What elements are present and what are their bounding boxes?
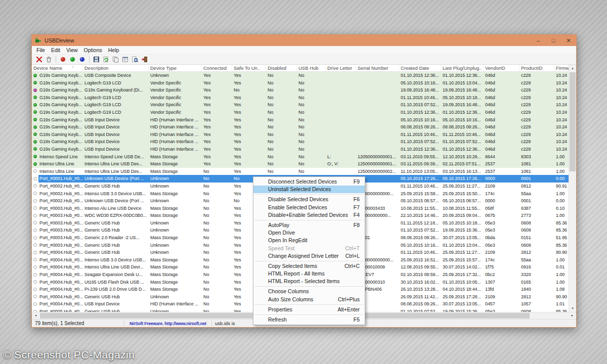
table-row[interactable]: G19s Gaming Keyb...USB Input DeviceHID (… — [32, 131, 569, 139]
table-cell: 19.09.2015 16:48... — [441, 101, 484, 109]
column-header-vendorid[interactable]: VendorID — [484, 65, 519, 71]
column-header-connected[interactable]: Connected — [202, 65, 232, 71]
green-ball-icon[interactable] — [68, 55, 77, 64]
table-cell: 05.10.2015 10:18... — [441, 219, 484, 227]
table-row[interactable]: Intenso Ultra LineIntenso Ultra Line USB… — [32, 168, 569, 175]
context-menu-item-auto-size-columns[interactable]: Auto Size ColumnsCtrl+Plus — [253, 296, 365, 303]
maximize-button[interactable]: □ — [546, 35, 561, 46]
table-row[interactable]: Intenso Ultra LineIntenso Ultra Line USB… — [32, 160, 569, 168]
context-menu-item-choose-columns[interactable]: Choose Columns — [253, 288, 365, 295]
table-cell: Unknown — [149, 219, 202, 227]
properties-icon[interactable] — [120, 55, 130, 64]
context-menu-item-copy-selected-items[interactable]: Copy Selected ItemsCtrl+C — [253, 262, 365, 270]
column-header-safe-to-un[interactable]: Safe To Un.. — [232, 65, 266, 71]
table-cell: 0bda — [484, 234, 519, 242]
table-cell: 01.10.2015 07:52... — [399, 226, 441, 234]
table-cell: HID (Human Interface ... — [149, 146, 202, 153]
floppy-save-icon[interactable] — [92, 55, 101, 64]
table-row[interactable]: G19s Gaming Keyb...Logitech G19 LCDVendo… — [32, 101, 569, 109]
title-bar[interactable]: USBDeview – □ ✕ — [32, 35, 576, 46]
table-row[interactable]: G19s Gaming Keyb...Logitech G19 LCDVendo… — [32, 94, 569, 102]
table-cell: 05.10.2015 10:16... — [441, 116, 484, 124]
exit-door-icon[interactable] — [140, 55, 149, 64]
context-menu-item-open-drive[interactable]: Open Drive — [253, 229, 365, 237]
table-row[interactable]: G19s Gaming Keyb...USB Input DeviceHID (… — [32, 116, 569, 124]
context-menu-item-refresh[interactable]: RefreshF5 — [253, 316, 365, 324]
vertical-scrollbar[interactable]: ▲ ▼ — [569, 65, 576, 312]
device-name-cell: Port_#0003.Hub_#0... — [32, 234, 83, 242]
nirsoft-link[interactable]: NirSoft Freeware. http://www.nirsoft.net — [124, 321, 211, 326]
column-header-disabled[interactable]: Disabled — [266, 65, 297, 71]
column-header-productid[interactable]: ProductID — [519, 65, 554, 71]
table-cell: Generic USB Hub — [83, 308, 149, 312]
menu-options[interactable]: Options — [81, 47, 105, 53]
vertical-scroll-thumb[interactable] — [570, 72, 576, 171]
table-cell: 01.11.2015 10:46... — [441, 131, 484, 139]
context-menu-item-autoplay[interactable]: AutoPlayF8 — [253, 221, 365, 229]
table-cell: No — [297, 79, 326, 87]
column-header-description[interactable]: Description — [83, 65, 149, 71]
gray-device-dot-icon — [33, 229, 37, 232]
table-row[interactable]: G19s Gaming Keyb...USB Input DeviceHID (… — [32, 138, 569, 146]
table-cell: 51.95 — [554, 234, 569, 242]
context-menu-item-uninstall-selected-devices[interactable]: Uninstall Selected Devices — [253, 186, 365, 193]
column-header-created-date[interactable]: Created Date — [399, 65, 441, 71]
table-cell: 12.08.2015 09:55... — [399, 263, 441, 271]
menu-file[interactable]: File — [33, 47, 48, 53]
scroll-right-icon[interactable]: ► — [569, 312, 576, 319]
context-menu: Disconnect Selected DevicesF9Uninstall S… — [253, 176, 365, 325]
table-row[interactable]: G19s Gaming Keyb...Logitech G19 LCDVendo… — [32, 79, 569, 87]
table-cell: 2109 — [484, 183, 519, 190]
blue-ball-icon[interactable] — [77, 55, 87, 64]
context-menu-item-html-report-all-items[interactable]: HTML Report - All Items — [253, 270, 365, 278]
context-menu-item-enable-selected-devices[interactable]: Enable Selected DevicesF7 — [253, 204, 365, 211]
table-cell: No — [297, 109, 326, 116]
column-header-serial-number[interactable]: Serial Number — [356, 65, 399, 71]
column-header-device-name[interactable]: Device Name/ — [32, 65, 83, 71]
close-button[interactable]: ✕ — [561, 35, 576, 46]
context-menu-item-open-in-regedit[interactable]: Open In RegEdit — [253, 237, 365, 244]
table-row[interactable]: G19s Gaming Keyb...USB Composite DeviceU… — [32, 72, 569, 79]
find-document-icon[interactable] — [130, 55, 140, 64]
context-menu-item-html-report-selected-items[interactable]: HTML Report - Selected Items — [253, 278, 365, 285]
minimize-button[interactable]: – — [531, 35, 546, 46]
table-cell: HID (Human Interface ... — [149, 138, 202, 146]
menu-view[interactable]: View — [63, 47, 81, 53]
column-header-usb-hub[interactable]: USB Hub — [297, 65, 326, 71]
device-name-cell: G19s Gaming Keyb... — [32, 72, 83, 79]
column-header-device-type[interactable]: Device Type — [149, 65, 202, 71]
scroll-left-icon[interactable]: ◄ — [32, 312, 39, 319]
table-row[interactable]: G19s Gaming Keyb...USB Input DeviceHID (… — [32, 123, 569, 131]
context-menu-item-disable-selected-devices[interactable]: Disable Selected DevicesF6 — [253, 196, 365, 203]
refresh-document-icon[interactable] — [101, 55, 111, 64]
table-cell — [356, 79, 399, 87]
column-header-last-plug-unplug[interactable]: Last Plug/Unplug.. — [441, 65, 484, 71]
scroll-down-icon[interactable]: ▼ — [569, 305, 576, 312]
table-cell: Intenso USB 3.0 Device USB... — [83, 256, 149, 264]
table-cell: 2537 — [484, 160, 519, 168]
table-cell: No — [202, 219, 232, 227]
context-menu-item-disconnect-selected-devices[interactable]: Disconnect Selected DevicesF9 — [253, 178, 365, 186]
red-ball-icon[interactable] — [58, 55, 68, 64]
table-row[interactable]: Intenso Speed LineIntenso Speed Line USB… — [32, 153, 569, 161]
table-cell: No — [297, 116, 326, 124]
table-cell: 046d — [484, 146, 519, 153]
scroll-up-icon[interactable]: ▲ — [569, 65, 576, 72]
toolbar — [32, 55, 576, 65]
menu-edit[interactable]: Edit — [48, 47, 63, 53]
table-cell: No — [266, 123, 297, 131]
table-row[interactable]: G19s Gaming Keyb...G19s Gaming Keyboard … — [32, 86, 569, 94]
red-x-icon[interactable] — [34, 55, 44, 64]
context-menu-item-disable-enable-selected-devices[interactable]: Disable+Enable Selected DevicesF4 — [253, 211, 365, 219]
table-row[interactable]: G19s Gaming Keyb...Logitech G19 LCDVendo… — [32, 109, 569, 116]
table-cell: Yes — [232, 123, 266, 131]
context-menu-item-change-assigned-drive-letter[interactable]: Change Assigned Drive LetterCtrl+L — [253, 252, 365, 260]
context-menu-item-properties[interactable]: PropertiesAlt+Enter — [253, 306, 365, 313]
table-row[interactable]: G19s Gaming Keyb...USB Input DeviceHID (… — [32, 146, 569, 153]
menu-help[interactable]: Help — [105, 47, 122, 53]
table-cell: No — [266, 79, 297, 87]
trash-icon[interactable] — [44, 55, 54, 64]
table-cell: 90.91 — [554, 183, 569, 190]
copy-icon[interactable] — [111, 55, 120, 64]
column-header-drive-letter[interactable]: Drive Letter — [326, 65, 356, 71]
